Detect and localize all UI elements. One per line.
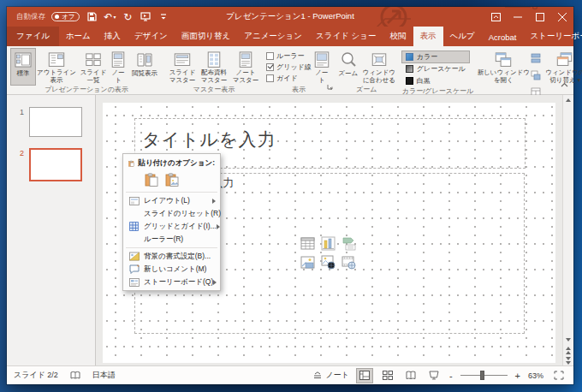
checkbox-icon bbox=[266, 74, 274, 82]
color-mode-button[interactable]: カラー bbox=[402, 51, 469, 62]
slide-thumbnail-1[interactable] bbox=[29, 107, 82, 137]
menu-item-layout[interactable]: レイアウト(L) bbox=[123, 194, 220, 207]
guides-checkbox[interactable]: ガイド bbox=[266, 74, 312, 83]
status-normal-view-button[interactable] bbox=[357, 369, 372, 383]
slide-sorter-button[interactable]: スライド一覧 bbox=[78, 49, 109, 85]
autosave-toggle[interactable]: オフ bbox=[51, 12, 80, 21]
cascade-windows-button[interactable] bbox=[531, 68, 541, 84]
status-bar: スライド 2/2 日本語 ノート - bbox=[7, 365, 573, 384]
tab-help[interactable]: ヘルプ bbox=[443, 27, 482, 46]
table-icon[interactable] bbox=[300, 236, 315, 251]
vertical-scrollbar[interactable] bbox=[562, 95, 573, 365]
status-reading-view-button[interactable] bbox=[403, 369, 419, 383]
scroll-up-icon[interactable] bbox=[563, 95, 574, 105]
normal-view-icon bbox=[14, 50, 33, 69]
menu-item-storyboard[interactable]: ストーリーボード(Q) bbox=[123, 276, 220, 288]
black-white-mode-button[interactable]: 白黒 bbox=[402, 75, 469, 86]
workspace: 1 2 タイトルを入力 テキストを入力 bbox=[7, 95, 573, 365]
new-window-icon bbox=[494, 50, 513, 68]
slide-indicator[interactable]: スライド 2/2 bbox=[14, 370, 58, 381]
collapse-ribbon-icon[interactable] bbox=[561, 75, 568, 91]
tab-home[interactable]: ホーム bbox=[59, 27, 98, 46]
fit-to-window-button[interactable]: ウィンドウに合わせる bbox=[361, 49, 397, 85]
slide-sorter-icon bbox=[84, 50, 103, 68]
tab-view[interactable]: 表示 bbox=[413, 27, 443, 46]
menu-item-format-background[interactable]: 背景の書式設定(B)... bbox=[123, 250, 220, 263]
bw-swatch-icon bbox=[406, 77, 413, 85]
menu-item-grid-and-guides[interactable]: グリッドとガイド(I)... bbox=[123, 220, 220, 233]
customize-qat-button[interactable] bbox=[157, 10, 169, 24]
minimize-button[interactable] bbox=[507, 7, 529, 27]
dialog-launcher-icon[interactable] bbox=[327, 78, 333, 93]
language-indicator[interactable]: 日本語 bbox=[92, 370, 116, 381]
menu-item-ruler[interactable]: ルーラー(R) bbox=[123, 233, 220, 246]
video-icon[interactable] bbox=[341, 255, 356, 270]
new-window-button[interactable]: 新しいウィンドウを開く bbox=[478, 49, 528, 85]
zoom-out-button[interactable]: - bbox=[449, 371, 453, 381]
tab-file[interactable]: ファイル bbox=[7, 27, 59, 46]
handout-master-icon bbox=[205, 50, 223, 68]
ribbon-display-options-button[interactable] bbox=[484, 7, 507, 27]
menu-item-new-comment[interactable]: 新しいコメント(M) bbox=[123, 263, 220, 276]
smartart-icon[interactable] bbox=[341, 236, 356, 251]
handout-master-button[interactable]: 配布資料マスター bbox=[199, 49, 229, 85]
notes-page-button[interactable]: ノート bbox=[110, 49, 127, 85]
ribbon-view-tab-content: 標準 アウトライン表示 スライド一覧 ノート 閲覧表示 bbox=[7, 46, 573, 95]
maximize-button[interactable] bbox=[529, 7, 551, 27]
tab-insert[interactable]: 挿入 bbox=[98, 27, 128, 46]
tab-acrobat[interactable]: Acrobat bbox=[482, 28, 524, 46]
ribbon-group-show: ルーラー グリッド線 ガイド ノート 表示 bbox=[264, 48, 334, 94]
scroll-down-icon[interactable] bbox=[563, 335, 574, 345]
content-placeholder-icons bbox=[300, 236, 360, 270]
grayscale-mode-button[interactable]: グレースケール bbox=[402, 63, 469, 74]
tab-transitions[interactable]: 画面切り替え bbox=[175, 27, 237, 46]
start-slideshow-button[interactable] bbox=[140, 10, 151, 24]
fit-slide-to-window-button[interactable] bbox=[551, 369, 567, 383]
reading-view-icon bbox=[135, 50, 154, 69]
ruler-checkbox[interactable]: ルーラー bbox=[266, 51, 312, 61]
slide-master-button[interactable]: スライドマスター bbox=[167, 49, 198, 85]
zoom-slider-thumb[interactable] bbox=[480, 371, 484, 380]
spellcheck-icon[interactable] bbox=[70, 371, 80, 380]
arrange-all-button[interactable] bbox=[531, 51, 541, 67]
tab-storyboarding[interactable]: ストーリーボード bbox=[523, 27, 582, 46]
picture-icon[interactable] bbox=[300, 255, 315, 270]
online-picture-icon[interactable] bbox=[321, 255, 336, 270]
paste-as-picture-icon[interactable] bbox=[164, 172, 179, 187]
zoom-button[interactable]: ズーム bbox=[336, 49, 360, 85]
gridlines-checkbox[interactable]: グリッド線 bbox=[266, 62, 312, 72]
zoom-level[interactable]: 63% bbox=[528, 371, 543, 380]
previous-slide-button[interactable] bbox=[563, 345, 574, 355]
undo-dropdown-icon[interactable]: ▾ bbox=[113, 14, 116, 20]
zoom-slider[interactable] bbox=[460, 375, 508, 376]
tab-review[interactable]: 校閲 bbox=[383, 27, 413, 46]
submenu-arrow-icon bbox=[217, 224, 220, 229]
redo-button[interactable]: ↻ bbox=[122, 10, 134, 24]
save-button[interactable] bbox=[86, 10, 98, 24]
undo-button[interactable]: ↶▾ bbox=[104, 10, 116, 24]
slideshow-view-icon bbox=[429, 371, 439, 380]
menu-item-reset-slide[interactable]: スライドのリセット(R) bbox=[123, 207, 220, 220]
normal-view-button[interactable]: 標準 bbox=[11, 49, 35, 85]
chart-icon[interactable] bbox=[321, 236, 336, 251]
reading-view-button[interactable]: 閲覧表示 bbox=[128, 49, 162, 85]
slide-thumbnail-panel: 1 2 bbox=[7, 95, 96, 365]
notes-toggle-button[interactable]: ノート bbox=[313, 370, 348, 381]
notes-master-button[interactable]: ノートマスター bbox=[230, 49, 261, 85]
ribbon-tab-bar: ファイル ホーム 挿入 デザイン 画面切り替え アニメーション スライド ショー… bbox=[7, 27, 573, 46]
zoom-in-button[interactable]: + bbox=[515, 371, 520, 381]
tab-design[interactable]: デザイン bbox=[128, 27, 175, 46]
slide-thumbnail-2-selected[interactable] bbox=[29, 148, 82, 181]
status-slide-sorter-button[interactable] bbox=[380, 369, 395, 383]
tab-slideshow[interactable]: スライド ショー bbox=[309, 27, 383, 46]
tab-animations[interactable]: アニメーション bbox=[237, 27, 309, 46]
outline-view-button[interactable]: アウトライン表示 bbox=[36, 49, 77, 85]
paste-keep-format-icon[interactable] bbox=[144, 172, 158, 187]
notes-master-icon bbox=[236, 50, 255, 68]
notes-pane-icon bbox=[312, 50, 331, 68]
next-slide-button[interactable] bbox=[563, 355, 574, 365]
close-button[interactable] bbox=[551, 7, 573, 27]
status-slideshow-button[interactable] bbox=[426, 369, 442, 383]
submenu-arrow-icon bbox=[212, 199, 216, 204]
slide-sorter-icon bbox=[383, 371, 393, 380]
